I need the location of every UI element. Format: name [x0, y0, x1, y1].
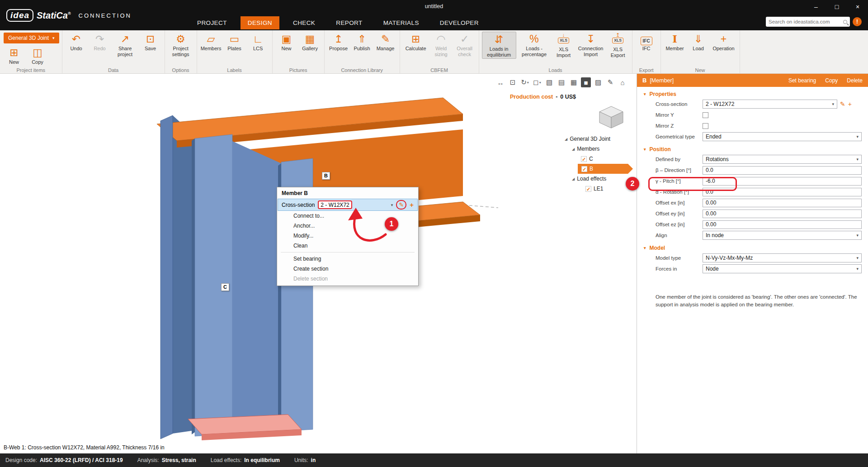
alpha-rotation-input[interactable] [703, 188, 862, 196]
new-member-button[interactable]: I Member [664, 32, 686, 52]
add-cross-section-icon[interactable]: + [848, 100, 852, 108]
expand-arrow-icon[interactable]: ◢ [572, 147, 575, 151]
gallery-button[interactable]: ▦ Gallery [299, 32, 321, 52]
selection-mode-icon[interactable]: ◻▾ [532, 77, 542, 87]
3d-viewport[interactable]: B C Production cost - 0 US$ ↔ ⊡ ↻▾ ◻▾ ▧ … [0, 74, 637, 453]
menu-report[interactable]: REPORT [329, 16, 369, 29]
manage-button[interactable]: ✎ Manage [374, 32, 397, 52]
menu-item-connect-to[interactable]: Connect to... [277, 211, 418, 221]
forces-in-select[interactable]: Node▾ [703, 264, 862, 273]
member-c-checkbox[interactable]: ✓ [581, 156, 587, 162]
search-input[interactable] [769, 19, 841, 24]
set-bearing-button[interactable]: Set bearing [788, 77, 816, 84]
section-model[interactable]: ▾ Model [637, 241, 868, 253]
xls-export-button[interactable]: ↥ XLS XLS Export [607, 32, 629, 59]
offset-ey-input[interactable] [703, 210, 862, 218]
labels-plates-button[interactable]: ▭ Plates [223, 32, 246, 52]
new-load-button[interactable]: ⇓ Load [687, 32, 710, 52]
menu-design[interactable]: DESIGN [241, 16, 279, 29]
overall-check-button[interactable]: ✓ Overall check [453, 32, 476, 58]
member-b-checkbox[interactable]: ✓ [581, 166, 587, 172]
navigation-cube[interactable] [593, 102, 629, 132]
menu-item-modify[interactable]: Modify... [277, 231, 418, 241]
labels-lcs-button[interactable]: ∟ LCS [247, 32, 269, 52]
publish-button[interactable]: ⇑ Publish [351, 32, 373, 52]
ifc-export-button[interactable]: IFC IFC [635, 32, 658, 52]
chevron-down-icon[interactable]: ▾ [391, 203, 393, 207]
tree-item-general-3d-joint[interactable]: ◢ General 3D Joint [565, 134, 610, 144]
view-front-icon[interactable]: ▤ [557, 77, 566, 87]
gamma-pitch-input[interactable] [703, 177, 862, 186]
shaded-view-icon[interactable]: ■ [581, 77, 591, 87]
beta-direction-input[interactable] [703, 166, 862, 175]
weld-sizing-button[interactable]: ◠ Weld sizing [430, 32, 453, 58]
view-top-icon[interactable]: ▦ [569, 77, 579, 87]
menu-item-clean[interactable]: Clean [277, 241, 418, 251]
search-box[interactable] [766, 17, 850, 27]
mirror-y-checkbox[interactable] [703, 112, 708, 118]
edit-cross-section-icon[interactable]: ✎ [840, 100, 845, 108]
project-new-button[interactable]: ⊞ New [3, 45, 25, 66]
member-b-label[interactable]: B [322, 172, 330, 180]
geometrical-type-select[interactable]: Ended▾ [703, 132, 862, 141]
home-view-icon[interactable]: ⌂ [618, 77, 627, 87]
menu-developer[interactable]: DEVELOPER [433, 16, 486, 29]
view-axonometry-icon[interactable]: ▧ [544, 77, 554, 87]
loads-in-equilibrium-button[interactable]: ⇵ Loads in equilibrium [482, 32, 516, 59]
align-select[interactable]: In node▾ [703, 231, 862, 240]
context-cross-section-row[interactable]: Cross-section 2 - W12X72 ▾ ✎ + [278, 199, 418, 211]
menu-item-create-section[interactable]: Create section [277, 264, 418, 274]
maximize-button[interactable]: □ [826, 0, 847, 14]
redo-button[interactable]: ↷ Redo [89, 32, 111, 52]
delete-member-button[interactable]: Delete [847, 77, 863, 84]
loads-percentage-button[interactable]: % Loads - percentage [517, 32, 552, 58]
xls-import-button[interactable]: ↓ XLS XLS Import [552, 32, 575, 59]
connection-import-button[interactable]: ↧ Connection Import [576, 32, 606, 58]
section-position[interactable]: ▾ Position [637, 142, 868, 154]
defined-by-select[interactable]: Rotations▾ [703, 155, 862, 164]
offset-ex-input[interactable] [703, 199, 862, 207]
share-project-button[interactable]: ↗ Share project [112, 32, 138, 58]
picture-new-button[interactable]: ▣ New [275, 32, 298, 52]
section-properties[interactable]: ▾ Properties [637, 87, 868, 99]
copy-member-button[interactable]: Copy [825, 77, 838, 84]
notification-icon[interactable]: ! [853, 17, 862, 26]
expand-arrow-icon[interactable]: ◢ [565, 137, 567, 141]
new-operation-button[interactable]: + Operation [711, 32, 737, 52]
cross-section-combo[interactable]: 2 - W12X72 [318, 200, 352, 209]
zoom-fit-icon[interactable]: ⊡ [508, 77, 518, 87]
menu-materials[interactable]: MATERIALS [376, 16, 426, 29]
tree-item-member-c[interactable]: ✓ C [581, 154, 593, 164]
project-copy-button[interactable]: ◫ Copy [26, 45, 49, 66]
model-type-select[interactable]: N-Vy-Vz-Mx-My-Mz▾ [703, 253, 862, 262]
menu-item-set-bearing[interactable]: Set bearing [277, 254, 418, 264]
tree-item-load-effects[interactable]: ◢ Load effects [572, 174, 606, 184]
offset-ez-input[interactable] [703, 220, 862, 229]
orbit-icon[interactable]: ↻▾ [520, 77, 530, 87]
member-c-label[interactable]: C [221, 283, 229, 291]
propose-button[interactable]: ↥ Propose [327, 32, 350, 52]
le1-checkbox[interactable]: ✓ [585, 186, 591, 192]
wireframe-view-icon[interactable]: ▨ [593, 77, 603, 87]
paint-results-icon[interactable]: ✎ [605, 77, 615, 87]
measure-icon[interactable]: ↔ [495, 77, 505, 87]
tree-item-members[interactable]: ◢ Members [572, 144, 599, 154]
labels-members-button[interactable]: ▱ Members [200, 32, 222, 52]
edit-cross-section-icon[interactable]: ✎ [396, 200, 406, 210]
tree-item-member-b-selected[interactable]: ✓ B [578, 164, 633, 174]
undo-button[interactable]: ↶ Undo [65, 32, 88, 52]
add-cross-section-icon[interactable]: + [410, 201, 414, 209]
calculate-button[interactable]: ⊞ Calculate [403, 32, 429, 52]
menu-check[interactable]: CHECK [286, 16, 322, 29]
close-button[interactable]: × [847, 0, 868, 14]
mirror-z-checkbox[interactable] [703, 123, 708, 129]
cross-section-select[interactable]: 2 - W12X72▾ [703, 100, 837, 109]
ribbon-group-data: ↶ Undo ↷ Redo ↗ Share project ⊡ Save Dat… [62, 30, 165, 73]
menu-project[interactable]: PROJECT [190, 16, 234, 29]
minimize-button[interactable]: – [806, 0, 826, 14]
save-button[interactable]: ⊡ Save [139, 32, 162, 52]
expand-arrow-icon[interactable]: ◢ [572, 177, 575, 181]
tree-item-le1[interactable]: ✓ LE1 [585, 184, 603, 194]
project-settings-button[interactable]: ⚙ Project settings [168, 32, 194, 58]
joint-type-dropdown[interactable]: General 3D Joint▾ [4, 33, 59, 43]
